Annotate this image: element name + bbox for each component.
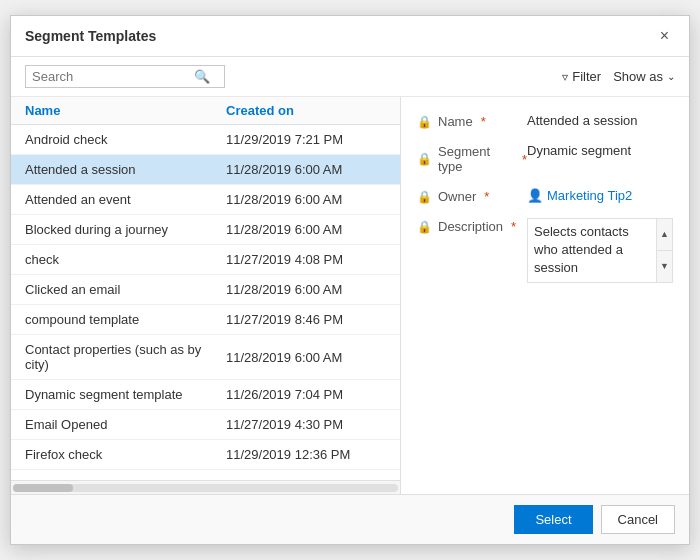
close-button[interactable]: × <box>654 26 675 46</box>
list-item-date: 11/27/2019 4:30 PM <box>226 417 386 432</box>
list-item-name: Attended a session <box>25 162 226 177</box>
lock-icon-3: 🔒 <box>417 190 432 204</box>
list-header: Name Created on <box>11 97 400 125</box>
filter-button[interactable]: ▿ Filter <box>562 69 601 84</box>
list-item-date: 11/29/2019 12:36 PM <box>226 447 386 462</box>
label-segment-type-text: Segment type <box>438 144 514 174</box>
select-button[interactable]: Select <box>514 505 592 534</box>
list-item-date: 11/28/2019 6:00 AM <box>226 162 386 177</box>
dialog-toolbar: 🔍 ▿ Filter Show as ⌄ <box>11 57 689 97</box>
desc-scroll-up-button[interactable]: ▲ <box>657 219 672 251</box>
description-text: Selects contacts who attended a session <box>534 224 629 275</box>
show-as-chevron-icon: ⌄ <box>667 71 675 82</box>
list-item-name: Contact properties (such as by city) <box>25 342 226 372</box>
search-box: 🔍 <box>25 65 225 88</box>
list-item[interactable]: Attended an event11/28/2019 6:00 AM <box>11 185 400 215</box>
detail-segment-type-value: Dynamic segment <box>527 143 673 158</box>
label-name-text: Name <box>438 114 473 129</box>
cancel-button[interactable]: Cancel <box>601 505 675 534</box>
detail-segment-type-label: 🔒 Segment type * <box>417 143 527 174</box>
detail-segment-type-row: 🔒 Segment type * Dynamic segment <box>417 143 673 174</box>
list-item[interactable]: Contact properties (such as by city)11/2… <box>11 335 400 380</box>
column-header-created[interactable]: Created on <box>226 103 386 118</box>
list-scroll-area[interactable]: Android check11/29/2019 7:21 PMAttended … <box>11 125 400 480</box>
detail-name-label: 🔒 Name * <box>417 113 527 129</box>
detail-description-label: 🔒 Description * <box>417 218 527 234</box>
list-item-name: Blocked during a journey <box>25 222 226 237</box>
show-as-button[interactable]: Show as ⌄ <box>613 69 675 84</box>
list-item-name: Firefox check <box>25 447 226 462</box>
list-item[interactable]: Blocked during a journey11/28/2019 6:00 … <box>11 215 400 245</box>
scrollbar-track <box>13 484 398 492</box>
scrollbar-thumb <box>13 484 73 492</box>
detail-panel: 🔒 Name * Attended a session 🔒 Segment ty… <box>401 97 689 494</box>
description-scrollbar: ▲ ▼ <box>656 219 672 282</box>
dialog-titlebar: Segment Templates × <box>11 16 689 57</box>
list-item-date: 11/27/2019 8:46 PM <box>226 312 386 327</box>
toolbar-right: ▿ Filter Show as ⌄ <box>562 69 675 84</box>
list-item[interactable]: check11/27/2019 4:08 PM <box>11 245 400 275</box>
list-item-date: 11/27/2019 4:08 PM <box>226 252 386 267</box>
search-input[interactable] <box>32 69 192 84</box>
list-item-name: Android check <box>25 132 226 147</box>
detail-name-row: 🔒 Name * Attended a session <box>417 113 673 129</box>
lock-icon: 🔒 <box>417 115 432 129</box>
list-item[interactable]: Clicked an email11/28/2019 6:00 AM <box>11 275 400 305</box>
list-item-date: 11/28/2019 6:00 AM <box>226 350 386 365</box>
list-panel: Name Created on Android check11/29/2019 … <box>11 97 401 494</box>
list-item-date: 11/28/2019 6:00 AM <box>226 192 386 207</box>
list-item-name: Email Opened <box>25 417 226 432</box>
show-as-label: Show as <box>613 69 663 84</box>
list-item-date: 11/29/2019 7:21 PM <box>226 132 386 147</box>
horizontal-scrollbar[interactable] <box>11 480 400 494</box>
detail-description-row: 🔒 Description * Selects contacts who att… <box>417 218 673 283</box>
list-item-date: 11/28/2019 6:00 AM <box>226 282 386 297</box>
list-item[interactable]: Attended a session11/28/2019 6:00 AM <box>11 155 400 185</box>
list-item-name: Dynamic segment template <box>25 387 226 402</box>
lock-icon-2: 🔒 <box>417 152 432 166</box>
list-item-name: compound template <box>25 312 226 327</box>
list-item-name: check <box>25 252 226 267</box>
person-icon: 👤 <box>527 188 543 203</box>
detail-name-value: Attended a session <box>527 113 673 128</box>
dialog-body: Name Created on Android check11/29/2019 … <box>11 97 689 494</box>
list-item-name: Attended an event <box>25 192 226 207</box>
list-item[interactable]: compound template11/27/2019 8:46 PM <box>11 305 400 335</box>
list-item-date: 11/26/2019 7:04 PM <box>226 387 386 402</box>
desc-scroll-down-button[interactable]: ▼ <box>657 251 672 282</box>
dialog-title: Segment Templates <box>25 28 156 44</box>
list-item[interactable]: Email Opened11/27/2019 4:30 PM <box>11 410 400 440</box>
list-item[interactable]: Android check11/29/2019 7:21 PM <box>11 125 400 155</box>
required-asterisk-owner: * <box>484 189 489 204</box>
list-item[interactable]: Firefox check11/29/2019 12:36 PM <box>11 440 400 470</box>
label-owner-text: Owner <box>438 189 476 204</box>
detail-owner-label: 🔒 Owner * <box>417 188 527 204</box>
detail-description-value: Selects contacts who attended a session … <box>527 218 673 283</box>
filter-icon: ▿ <box>562 70 568 84</box>
list-item-name: Clicked an email <box>25 282 226 297</box>
search-icon-button[interactable]: 🔍 <box>192 69 212 84</box>
required-asterisk-name: * <box>481 114 486 129</box>
required-asterisk-desc: * <box>511 219 516 234</box>
lock-icon-4: 🔒 <box>417 220 432 234</box>
detail-owner-value[interactable]: 👤 Marketing Tip2 <box>527 188 673 203</box>
column-header-name[interactable]: Name <box>25 103 226 118</box>
list-item-date: 11/28/2019 6:00 AM <box>226 222 386 237</box>
filter-label: Filter <box>572 69 601 84</box>
detail-owner-row: 🔒 Owner * 👤 Marketing Tip2 <box>417 188 673 204</box>
list-item[interactable]: Dynamic segment template11/26/2019 7:04 … <box>11 380 400 410</box>
owner-name-text: Marketing Tip2 <box>547 188 632 203</box>
label-description-text: Description <box>438 219 503 234</box>
dialog-footer: Select Cancel <box>11 494 689 544</box>
segment-templates-dialog: Segment Templates × 🔍 ▿ Filter Show as ⌄… <box>10 15 690 545</box>
